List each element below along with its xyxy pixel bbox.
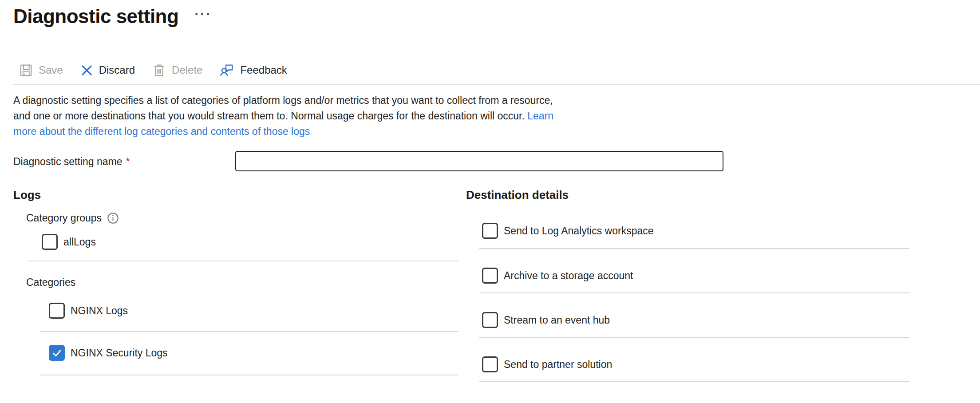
page-description: A diagnostic setting specifies a list of… [13, 93, 679, 139]
destination-details-heading: Destination details [466, 188, 914, 202]
nginx-security-logs-row: NGINX Security Logs [49, 345, 459, 361]
nginx-logs-row: NGINX Logs [49, 303, 459, 319]
nginx-logs-checkbox[interactable] [49, 303, 65, 319]
destination-details-section: Destination details Send to Log Analytic… [466, 188, 914, 382]
save-label: Save [39, 64, 63, 76]
learn-more-link[interactable]: Learn [527, 110, 553, 122]
alllogs-checkbox[interactable] [42, 234, 58, 250]
logs-heading: Logs [13, 188, 459, 202]
alllogs-row: allLogs [42, 234, 459, 250]
divider [40, 375, 458, 375]
save-button[interactable]: Save [19, 63, 63, 78]
description-line1: A diagnostic setting specifies a list of… [13, 95, 553, 106]
delete-button[interactable]: Delete [152, 63, 202, 78]
page-header: Diagnostic setting ··· [13, 5, 212, 28]
send-partner-solution-checkbox[interactable] [482, 356, 498, 372]
description-line2: and one or more destinations that you wo… [13, 110, 525, 122]
more-options-button[interactable]: ··· [194, 8, 212, 21]
divider [40, 331, 458, 332]
send-to-log-analytics-label: Send to Log Analytics workspace [504, 225, 654, 237]
send-to-log-analytics-row: Send to Log Analytics workspace [482, 223, 914, 239]
feedback-button[interactable]: Feedback [219, 63, 287, 78]
category-groups-label: Category groups [26, 212, 459, 224]
page-title: Diagnostic setting [13, 5, 178, 28]
stream-event-hub-checkbox[interactable] [482, 312, 498, 328]
feedback-label: Feedback [240, 64, 287, 76]
toolbar-divider [13, 84, 980, 85]
command-bar: Save Discard Delete [19, 59, 287, 81]
nginx-security-logs-label: NGINX Security Logs [71, 347, 168, 359]
delete-label: Delete [172, 64, 202, 76]
stream-event-hub-row: Stream to an event hub [482, 312, 914, 328]
divider [479, 337, 909, 338]
nginx-security-logs-checkbox[interactable] [49, 345, 65, 361]
archive-storage-row: Archive to a storage account [482, 268, 914, 284]
diagnostic-setting-page: Diagnostic setting ··· Save Discard [0, 0, 980, 403]
feedback-icon [219, 63, 235, 78]
send-to-log-analytics-checkbox[interactable] [482, 223, 498, 239]
divider [28, 261, 458, 261]
archive-storage-checkbox[interactable] [482, 268, 498, 284]
divider [479, 381, 909, 382]
divider [479, 292, 909, 293]
nginx-logs-label: NGINX Logs [71, 305, 128, 317]
stream-event-hub-label: Stream to an event hub [504, 314, 610, 326]
categories-label: Categories [26, 277, 459, 288]
required-asterisk: * [126, 156, 130, 167]
send-partner-solution-label: Send to partner solution [504, 359, 612, 371]
alllogs-label: allLogs [63, 236, 96, 248]
learn-more-link-line2[interactable]: more about the different log categories … [13, 126, 310, 137]
discard-x-icon [80, 63, 94, 77]
divider [479, 248, 909, 249]
save-icon [19, 63, 33, 78]
discard-button[interactable]: Discard [80, 63, 135, 77]
send-partner-solution-row: Send to partner solution [482, 356, 914, 372]
diagnostic-setting-name-input[interactable] [235, 151, 723, 171]
diagnostic-setting-name-label: Diagnostic setting name* [13, 156, 130, 168]
info-icon[interactable] [107, 212, 119, 224]
trash-icon [152, 63, 166, 78]
logs-section: Logs Category groups allLogs Categories [13, 188, 459, 375]
archive-storage-label: Archive to a storage account [504, 270, 633, 282]
discard-label: Discard [99, 64, 135, 76]
